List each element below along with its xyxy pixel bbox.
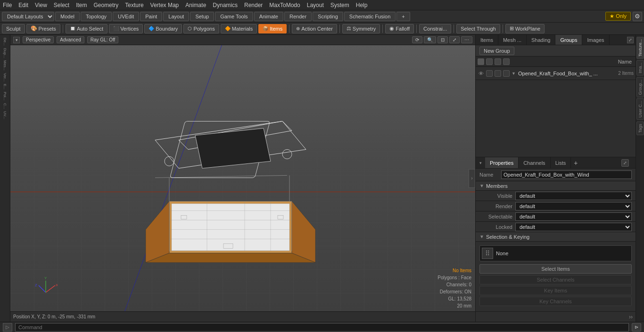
viewport[interactable]: ▾ Perspective Advanced Ray GL: Off ⟳ 🔍 ⊡… [10,35,475,322]
layout-tab-layout[interactable]: Layout [163,12,189,21]
tab-items[interactable]: Items [476,35,498,45]
menu-item-texture[interactable]: Texture [125,2,143,8]
star-only-button[interactable]: ★ Only [605,12,631,21]
name-input[interactable] [501,170,632,179]
command-input[interactable] [15,323,629,332]
group-btn2[interactable] [495,70,501,77]
far-right-tab-user[interactable]: User C... [636,98,644,120]
constraints-button[interactable]: Constrai... [419,24,451,33]
tab-shading[interactable]: Shading [527,35,555,45]
zoom-icon[interactable]: 🔍 [424,36,436,43]
layout-tab-paint[interactable]: Paint [140,12,162,21]
locked-select[interactable]: default [515,223,632,231]
menu-item-animate[interactable]: Animate [185,2,206,8]
left-tool-dup[interactable]: Dup... [3,47,7,59]
polygons-button[interactable]: ⬡ Polygons [183,24,219,33]
select-channels-button[interactable]: Select Channels [479,275,632,284]
viewport-collapse[interactable]: ▾ [13,37,20,43]
boundary-button[interactable]: 🔷 Boundary [144,24,182,33]
expand-panel-button[interactable]: ⤢ [627,37,634,43]
visible-select[interactable]: default [515,192,632,200]
materials-button[interactable]: 🔶 Materials [221,24,257,33]
key-channels-button[interactable]: Key Channels [479,297,632,306]
layout-tab-topology[interactable]: Topology [81,12,112,21]
3d-canvas[interactable]: No Items Polygons : Face Channels: 0 Def… [10,45,475,311]
sculpt-button[interactable]: Sculpt [2,24,25,33]
workplane-button[interactable]: ⊞ WorkPlane [505,24,545,33]
far-right-tab-texture[interactable]: Texture... [636,37,644,59]
tab-lists[interactable]: Lists [551,157,571,168]
key-items-button[interactable]: Key Items [479,286,632,295]
props-icon-btn1[interactable]: ⤢ [621,159,629,167]
selection-keying-header[interactable]: ▼ Selection & Keying [476,232,636,242]
tab-groups[interactable]: Groups [555,35,582,45]
group-btn3[interactable] [503,70,510,77]
props-collapse-btn[interactable]: ▾ [476,157,485,168]
more-icon[interactable]: ⋯ [461,36,472,43]
layout-tab-schematic[interactable]: Schematic Fusion [344,12,396,21]
far-right-tab-tags[interactable]: Tags [636,121,644,135]
add-props-tab[interactable]: + [571,157,580,168]
menu-item-file[interactable]: File [3,2,12,8]
menu-item-render[interactable]: Render [244,2,263,8]
select-through-button[interactable]: Select Through [456,24,500,33]
selectable-select[interactable]: default [515,212,632,221]
add-layout-button[interactable]: + [396,12,410,21]
select-items-button[interactable]: Select Items [479,264,632,274]
left-tool-ver[interactable]: Ver... [3,72,7,82]
group-eye-toggle[interactable]: 👁 [478,70,484,77]
layout-tab-scripting[interactable]: Scripting [313,12,343,21]
settings-button[interactable]: ⚙ [633,12,642,21]
tab-mesh[interactable]: Mesh ... [498,35,527,45]
menu-item-view[interactable]: View [35,2,47,8]
expand-right-button[interactable]: › [469,169,475,188]
perspective-button[interactable]: Perspective [23,36,54,43]
falloff-button[interactable]: ◉ Falloff [385,24,414,33]
menu-item-vertexmap[interactable]: Vertex Map [150,2,179,8]
members-section-header[interactable]: ▼ Members [476,181,636,191]
tab-channels[interactable]: Channels [519,157,550,168]
left-tool-uv[interactable]: UV... [3,110,7,120]
menu-item-edit[interactable]: Edit [18,2,28,8]
menu-item-system[interactable]: System [330,2,349,8]
left-tool-c[interactable]: C... [3,102,7,110]
render-select[interactable]: default [515,202,632,211]
menu-item-geometry[interactable]: Geometry [94,2,119,8]
layout-tab-animate[interactable]: Animate [254,12,283,21]
far-right-tab-ima[interactable]: Ima... [636,60,644,76]
layout-tab-render[interactable]: Render [284,12,312,21]
items-button[interactable]: 📦 Items [258,24,287,33]
vertices-button[interactable]: ⬛ Vertices [109,24,143,33]
left-tool-mes[interactable]: Mes... [3,59,7,72]
layout-tab-gametools[interactable]: Game Tools [215,12,253,21]
group-btn1[interactable] [486,70,493,77]
layout-tab-uvedit[interactable]: UVEdit [113,12,139,21]
left-tool-e[interactable]: E... [3,83,7,90]
tab-properties[interactable]: Properties [485,157,519,168]
auto-select-button[interactable]: 🔲 Auto Select [66,24,107,33]
group-expand-icon[interactable]: ▼ [512,71,516,76]
far-right-tab-group[interactable]: Group... [636,77,644,97]
orbit-icon[interactable]: ⟳ [412,36,422,43]
menu-item-maxtomodo[interactable]: MaxToModo [269,2,300,8]
expand-icon[interactable]: ⤢ [449,36,460,43]
advanced-button[interactable]: Advanced [57,36,84,43]
layout-tab-setup[interactable]: Setup [190,12,214,21]
bottom-expand-button[interactable]: ▷ [3,323,12,332]
command-submit-button[interactable]: ⊳ [632,323,641,332]
left-tool-pol[interactable]: Pol... [3,91,7,101]
menu-item-help[interactable]: Help [356,2,368,8]
layout-tab-model[interactable]: Model [55,12,80,21]
menu-item-layout[interactable]: Layout [307,2,324,8]
tab-images[interactable]: Images [582,35,609,45]
menu-item-item[interactable]: Item [76,2,87,8]
menu-item-dynamics[interactable]: Dynamics [213,2,238,8]
left-tool-de[interactable]: De... [3,37,7,47]
panel-expand-arrow[interactable]: ›› [629,314,633,320]
new-group-button[interactable]: New Group [479,47,514,55]
fit-icon[interactable]: ⊡ [438,36,448,43]
menu-item-select[interactable]: Select [54,2,69,8]
symmetry-button[interactable]: ⚖ Symmetry [342,24,380,33]
presets-button[interactable]: 🎨 Presets [26,24,60,33]
action-center-button[interactable]: ⊕ Action Center [292,24,337,33]
